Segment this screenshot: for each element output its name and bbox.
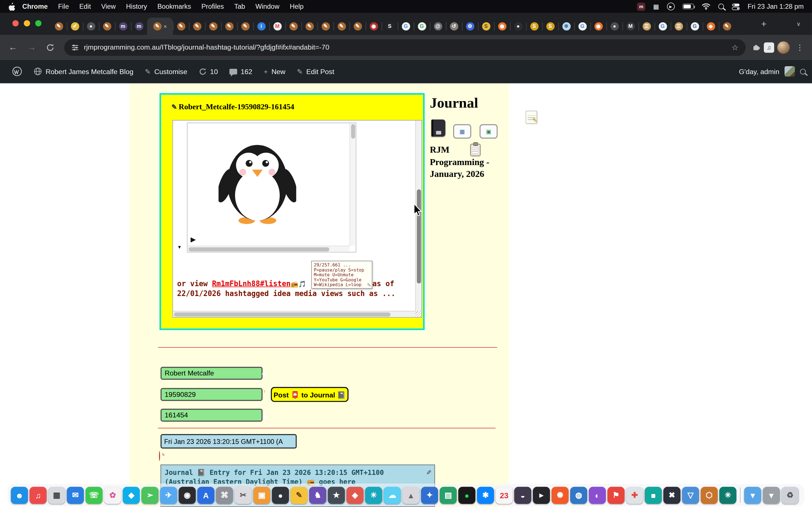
browser-tab[interactable]: ✎ bbox=[189, 17, 205, 35]
dock-app-icon[interactable]: ⌘ bbox=[216, 487, 233, 504]
browser-tab[interactable]: ● bbox=[606, 17, 622, 35]
dock-app-icon[interactable]: ✚ bbox=[626, 487, 644, 504]
browser-tab[interactable]: ✎ bbox=[334, 17, 350, 35]
dock-app-icon[interactable]: ✿ bbox=[104, 487, 121, 504]
new-menu-item[interactable]: + New bbox=[258, 59, 291, 83]
dock-app-icon[interactable]: ✱ bbox=[477, 487, 494, 504]
scrollbar-thumb[interactable] bbox=[189, 247, 329, 251]
site-info-icon[interactable] bbox=[71, 44, 79, 51]
admin-avatar[interactable] bbox=[784, 66, 795, 76]
forward-button[interactable]: → bbox=[24, 40, 39, 55]
dock-app-icon[interactable]: ◆ bbox=[123, 487, 140, 504]
dock-app-icon[interactable]: ✈ bbox=[160, 487, 177, 504]
dock-app-icon[interactable]: ◈ bbox=[347, 487, 364, 504]
memo-icon[interactable]: ✎ bbox=[525, 111, 537, 124]
browser-tab[interactable]: G bbox=[687, 17, 703, 35]
keyboard-icon[interactable]: ▦ bbox=[653, 3, 659, 10]
player-horizontal-scrollbar[interactable] bbox=[188, 245, 350, 252]
clipboard-icon[interactable] bbox=[470, 144, 481, 156]
play-button[interactable]: ▶ bbox=[191, 235, 196, 243]
control-center-icon[interactable] bbox=[732, 3, 740, 10]
battery-icon[interactable] bbox=[682, 4, 694, 9]
browser-tab[interactable]: ✎ bbox=[285, 17, 301, 35]
browser-tab[interactable]: ↺ bbox=[446, 17, 462, 35]
dock-app-icon[interactable]: ☀ bbox=[365, 487, 382, 504]
browser-tab[interactable]: ● bbox=[83, 17, 99, 35]
dock-app-icon[interactable]: ▲ bbox=[402, 487, 419, 504]
browser-tab[interactable]: S bbox=[526, 17, 542, 35]
datetime-input[interactable] bbox=[160, 434, 297, 448]
browser-tab[interactable]: ✎ bbox=[350, 17, 366, 35]
menu-file[interactable]: File bbox=[53, 3, 74, 10]
resize-grip[interactable] bbox=[415, 311, 421, 317]
browser-tab[interactable]: M bbox=[269, 17, 285, 35]
dock-app-icon[interactable]: ☻ bbox=[11, 487, 28, 504]
browser-tab[interactable]: ✎ bbox=[221, 17, 237, 35]
browser-tab[interactable]: ✎ bbox=[51, 17, 67, 35]
menu-view[interactable]: View bbox=[96, 3, 121, 10]
browser-tab[interactable]: @ bbox=[430, 17, 446, 35]
menu-edit[interactable]: Edit bbox=[74, 3, 96, 10]
dock-app-icon[interactable]: ◍ bbox=[570, 487, 587, 504]
browser-menu-icon[interactable]: ⋮ bbox=[793, 43, 807, 52]
browser-tab[interactable]: ◉ bbox=[494, 17, 510, 35]
dock-app-icon[interactable]: ● bbox=[272, 487, 289, 504]
back-button[interactable]: ← bbox=[5, 40, 20, 55]
reload-button[interactable] bbox=[43, 40, 58, 55]
browser-tab[interactable]: i bbox=[253, 17, 269, 35]
dock-app-icon[interactable]: ⬡ bbox=[701, 487, 718, 504]
browser-tab[interactable]: ⚙ bbox=[462, 17, 478, 35]
browser-tab[interactable]: ◉ bbox=[591, 17, 606, 35]
dock-app-icon[interactable]: ✳ bbox=[719, 487, 737, 504]
dock-app-icon[interactable]: ◉ bbox=[179, 487, 196, 504]
browser-tab[interactable]: ❄ bbox=[558, 17, 574, 35]
apple-menu-icon[interactable] bbox=[8, 2, 15, 10]
dock-app-icon[interactable]: ✎ bbox=[290, 487, 308, 504]
scrollbar-thumb[interactable] bbox=[351, 124, 355, 138]
new-tab-button[interactable]: + bbox=[761, 20, 766, 29]
journal-button-2[interactable]: ▣ bbox=[479, 124, 498, 138]
dock-app-icon[interactable]: ▸ bbox=[533, 487, 550, 504]
dock-app-icon[interactable]: ⚑ bbox=[607, 487, 624, 504]
browser-tab[interactable]: ✎ bbox=[99, 17, 115, 35]
browser-tab[interactable]: m bbox=[131, 17, 147, 35]
media-player[interactable]: ▶ bbox=[187, 122, 356, 252]
dock-app-icon[interactable]: ✦ bbox=[421, 487, 438, 504]
browser-tab[interactable]: ☰ bbox=[639, 17, 655, 35]
browser-tab[interactable]: G bbox=[574, 17, 591, 35]
menu-tab[interactable]: Tab bbox=[229, 3, 250, 10]
bookmark-star-icon[interactable]: ☆ bbox=[731, 43, 739, 52]
browser-tab[interactable]: G bbox=[398, 17, 414, 35]
journal-button-1[interactable]: ▦ bbox=[453, 124, 471, 138]
zoom-window-button[interactable] bbox=[35, 20, 42, 26]
dock-app-icon[interactable]: ☁ bbox=[384, 487, 401, 504]
comments-menu-item[interactable]: 162 bbox=[223, 59, 258, 83]
playback-icon[interactable]: ▶ bbox=[667, 3, 675, 10]
browser-tab[interactable]: ● bbox=[510, 17, 526, 35]
browser-tab[interactable]: G bbox=[655, 17, 671, 35]
dock-app-icon[interactable]: ☏ bbox=[86, 487, 103, 504]
browser-tab[interactable]: ✔ bbox=[67, 17, 83, 35]
browser-tab[interactable]: S bbox=[478, 17, 494, 35]
menu-help[interactable]: Help bbox=[285, 3, 309, 10]
dropdown-arrow-icon[interactable]: ▼ bbox=[177, 245, 182, 250]
browser-tab[interactable]: ◈ bbox=[703, 17, 719, 35]
dock-app-icon[interactable]: ✺ bbox=[552, 487, 569, 504]
browser-tab[interactable]: ✎ bbox=[301, 17, 317, 35]
browser-tab[interactable]: ☰ bbox=[671, 17, 687, 35]
dock-app-icon[interactable]: ♞ bbox=[309, 487, 326, 504]
dock-app-icon[interactable]: ■ bbox=[645, 487, 662, 504]
scrollbar-thumb[interactable] bbox=[174, 313, 391, 317]
dock-app-icon[interactable]: ● bbox=[458, 487, 475, 504]
browser-tab[interactable]: G bbox=[414, 17, 430, 35]
birthdate-input[interactable] bbox=[160, 388, 262, 401]
birthtime-input[interactable] bbox=[160, 409, 262, 421]
name-input[interactable] bbox=[160, 367, 262, 380]
dock-app-icon[interactable]: ✖ bbox=[663, 487, 680, 504]
browser-tab[interactable]: ✎× bbox=[147, 17, 173, 35]
dock-app-icon[interactable]: 23 bbox=[496, 487, 513, 504]
profile-avatar[interactable] bbox=[777, 41, 790, 54]
dock-app-icon[interactable]: ▣ bbox=[253, 487, 270, 504]
dock-app-icon[interactable]: ✉ bbox=[67, 487, 84, 504]
dock-app-icon[interactable]: ★ bbox=[328, 487, 345, 504]
